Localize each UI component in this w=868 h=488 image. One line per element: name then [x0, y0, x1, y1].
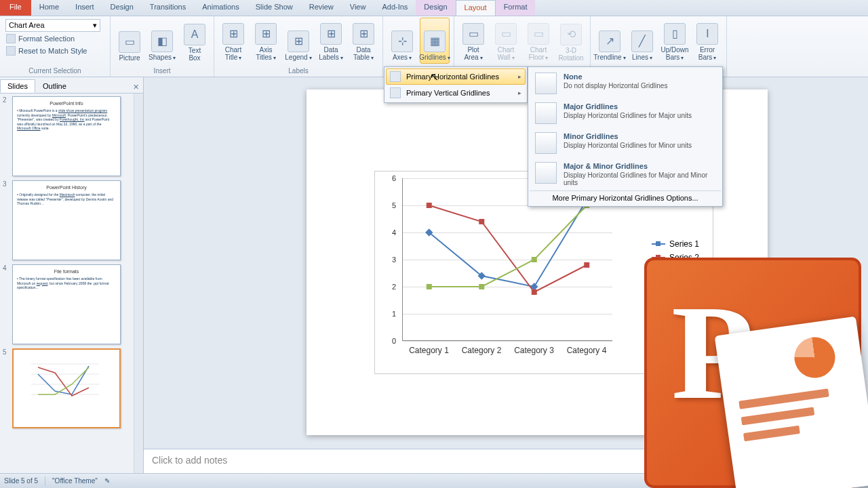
tab-design[interactable]: Design [102, 0, 142, 16]
gridlines-button[interactable]: ▦Gridlines [420, 18, 450, 64]
svg-rect-14 [532, 257, 537, 262]
slide-thumb[interactable]: 3PowerPoint History• Originally designed… [3, 180, 131, 260]
option-none-icon [535, 73, 557, 94]
tab-chart-design[interactable]: Design [416, 0, 455, 16]
tab-animations[interactable]: Animations [194, 0, 247, 16]
slide-editor: 0123456Category 1Category 2Category 3Cat… [144, 77, 868, 449]
group-insert: ▭Picture ◧Shapes AText Box Insert [111, 16, 214, 77]
chart-title-button[interactable]: ⊞Chart Title [218, 18, 248, 64]
menu-horizontal-gridlines[interactable]: Primary Horizontal Gridlines▸ [386, 68, 526, 85]
chart-title-icon: ⊞ [222, 23, 244, 45]
notes-pane[interactable]: Click to add notes [144, 449, 868, 473]
tab-insert[interactable]: Insert [67, 0, 102, 16]
option-more[interactable]: More Primary Horizontal Gridlines Option… [530, 190, 721, 205]
panel-tab-slides[interactable]: Slides [0, 79, 35, 93]
data-table-button[interactable]: ⊞Data Table [349, 18, 378, 64]
option-minor[interactable]: Minor GridlinesDisplay Horizontal Gridli… [530, 128, 721, 158]
tab-file[interactable]: File [0, 0, 31, 16]
legend-icon: ⊞ [288, 30, 309, 52]
chart-floor-button: ▭Chart Floor [524, 18, 553, 64]
format-selection-icon [6, 34, 16, 43]
view-reading-button[interactable] [729, 476, 741, 487]
error-bars-button[interactable]: ⅠError Bars [692, 18, 722, 64]
view-sorter-button[interactable] [716, 476, 728, 487]
tab-chart-format[interactable]: Format [496, 0, 536, 16]
zoom-out-button[interactable]: ⊖ [777, 477, 783, 485]
shapes-button[interactable]: ◧Shapes [147, 18, 177, 64]
svg-rect-8 [427, 203, 432, 208]
zoom-in-button[interactable]: ⊕ [849, 477, 854, 485]
plot-area-button[interactable]: ▭Plot Area [458, 18, 488, 64]
picture-button[interactable]: ▭Picture [115, 18, 144, 64]
tab-review[interactable]: Review [301, 0, 342, 16]
axes-button[interactable]: ⊹Axes [387, 18, 417, 64]
option-major-icon [535, 102, 557, 124]
tab-addins[interactable]: Add-Ins [374, 0, 416, 16]
zoom-level[interactable]: 69% [761, 477, 774, 485]
textbox-button[interactable]: AText Box [180, 18, 210, 64]
group-labels: ⊞Chart Title ⊞Axis Titles ⊞Legend ⊞Data … [214, 16, 383, 77]
zoom-controls: 69% ⊖ ⊕ ⛶ [761, 477, 864, 485]
axis-titles-button[interactable]: ⊞Axis Titles [251, 18, 281, 64]
option-major-minor[interactable]: Major & Minor GridlinesDisplay Horizonta… [530, 158, 721, 190]
horizontal-gridlines-icon [390, 71, 401, 82]
vertical-gridlines-icon [390, 87, 401, 98]
view-slideshow-button[interactable] [742, 476, 754, 487]
updown-bars-button[interactable]: ▯Up/Down Bars [660, 18, 690, 64]
legend-button[interactable]: ⊞Legend [283, 18, 313, 64]
option-major[interactable]: Major GridlinesDisplay Horizontal Gridli… [530, 98, 721, 128]
option-minor-icon [535, 132, 557, 154]
format-selection-button[interactable]: Format Selection [5, 33, 75, 44]
svg-rect-10 [532, 289, 537, 295]
gridlines-icon: ▦ [424, 30, 446, 52]
slides-panel: Slides Outline ✕ 2PowerPoint Info• Micro… [0, 77, 144, 473]
tab-chart-layout[interactable]: Layout [456, 0, 496, 16]
fit-window-button[interactable]: ⛶ [857, 477, 864, 485]
ribbon-tabs: File Home Insert Design Transitions Anim… [0, 0, 868, 16]
group-label: Labels [218, 66, 378, 75]
lines-icon: ╱ [631, 30, 653, 52]
panel-tab-outline[interactable]: Outline [35, 79, 74, 93]
slide-counter: Slide 5 of 5 [4, 477, 38, 485]
view-normal-button[interactable] [703, 476, 715, 487]
theme-name: "Office Theme" [52, 477, 98, 485]
option-none[interactable]: NoneDo not display Horizontal Gridlines [530, 68, 721, 98]
tab-home[interactable]: Home [31, 0, 67, 16]
chart-element-combo[interactable]: Chart Area▾ [5, 19, 100, 32]
lines-button[interactable]: ╱Lines [627, 18, 657, 64]
error-bars-icon: Ⅰ [696, 23, 718, 45]
3d-rotation-button: ⟲3-D Rotation [556, 18, 586, 64]
zoom-slider[interactable] [785, 480, 846, 482]
data-labels-button[interactable]: ⊞Data Labels [316, 18, 346, 64]
data-labels-icon: ⊞ [320, 23, 342, 45]
chart-wall-icon: ▭ [495, 23, 517, 45]
spellcheck-icon[interactable]: ✎ [104, 477, 110, 485]
plot-area-icon: ▭ [462, 23, 484, 45]
reset-style-icon [6, 46, 16, 56]
svg-rect-12 [427, 284, 432, 289]
slide-thumb[interactable]: 4File formats• The binary format specifi… [3, 264, 131, 344]
option-major-minor-icon [535, 162, 557, 184]
status-bar: Slide 5 of 5 "Office Theme" ✎ 69% ⊖ ⊕ ⛶ [0, 473, 868, 488]
textbox-icon: A [184, 24, 205, 45]
panel-close-icon[interactable]: ✕ [129, 81, 143, 93]
slide-thumb[interactable]: 2PowerPoint Info• Microsoft PowerPoint i… [3, 96, 131, 176]
horizontal-gridlines-submenu: NoneDo not display Horizontal Gridlines … [528, 66, 723, 207]
menu-vertical-gridlines[interactable]: Primary Vertical Gridlines▸ [386, 85, 526, 101]
data-table-icon: ⊞ [353, 23, 374, 45]
thumbnails-scrollbar[interactable] [134, 94, 143, 473]
chart-legend: Series 1Series 2Series 3 [652, 239, 699, 280]
reset-style-button[interactable]: Reset to Match Style [5, 45, 88, 56]
trendline-button[interactable]: ↗Trendline [595, 18, 625, 64]
chart-floor-icon: ▭ [528, 23, 549, 45]
group-label: Current Selection [4, 66, 106, 75]
view-buttons [703, 476, 754, 487]
tab-slideshow[interactable]: Slide Show [248, 0, 301, 16]
group-current-selection: Chart Area▾ Format Selection Reset to Ma… [0, 16, 111, 77]
tab-view[interactable]: View [342, 0, 374, 16]
slide-thumbnails: 2PowerPoint Info• Microsoft PowerPoint i… [0, 94, 134, 473]
rotation-icon: ⟲ [560, 24, 582, 45]
chart-wall-button: ▭Chart Wall [491, 18, 521, 64]
slide-thumb[interactable]: 5 [3, 348, 131, 428]
tab-transitions[interactable]: Transitions [142, 0, 194, 16]
